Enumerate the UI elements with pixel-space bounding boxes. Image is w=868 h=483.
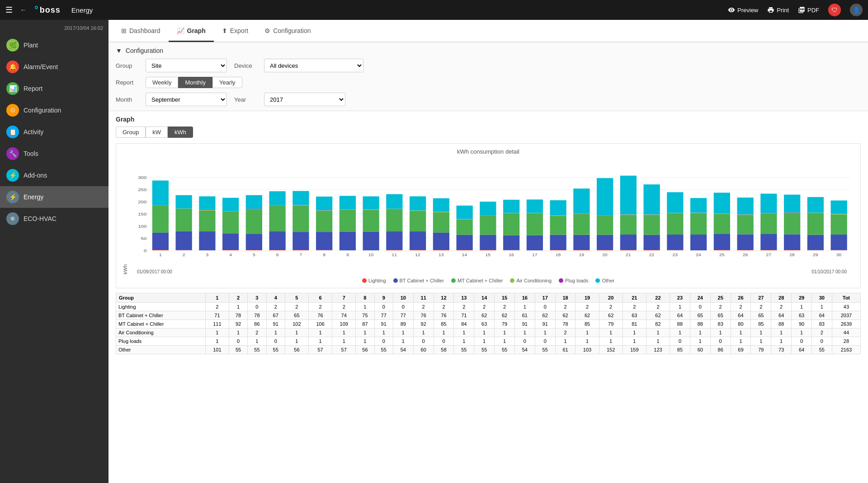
- svg-rect-154: [620, 250, 637, 250]
- cell-value: 63: [474, 320, 495, 328]
- menu-icon[interactable]: ☰: [5, 5, 13, 15]
- export-icon: ⬆: [222, 27, 227, 34]
- tab-configuration-label: Configuration: [273, 27, 311, 34]
- preview-button[interactable]: Preview: [728, 6, 758, 14]
- group-graph-button[interactable]: Group: [116, 127, 146, 138]
- svg-rect-32: [199, 210, 215, 210]
- tab-graph[interactable]: 📈 Graph: [169, 20, 214, 42]
- cell-value: 76: [434, 311, 454, 320]
- svg-text:0: 0: [144, 249, 147, 253]
- sidebar-item-report[interactable]: 📊 Report: [0, 78, 108, 99]
- chart-body: 0501001502002503001234567891011121314151…: [128, 159, 856, 274]
- cell-value: 111: [205, 320, 229, 328]
- cell-value: 0: [710, 337, 731, 346]
- svg-rect-45: [246, 209, 262, 210]
- sidebar-item-configuration[interactable]: ⚙ Configuration: [0, 99, 108, 121]
- svg-rect-140: [573, 250, 590, 250]
- config-rows: Group Site Device All devices Report Wee…: [116, 59, 861, 106]
- svg-rect-136: [550, 216, 566, 216]
- svg-rect-213: [807, 213, 824, 213]
- svg-rect-134: [550, 235, 566, 250]
- col-header: 13: [454, 293, 474, 303]
- sidebar-item-energy[interactable]: ⚡ Energy: [0, 186, 108, 208]
- chart-legend: Lighting BT Cabinet + Chiller MT Cabinet…: [121, 278, 856, 283]
- cell-value: 86: [710, 346, 731, 354]
- svg-rect-176: [690, 234, 707, 250]
- cell-total: 43: [832, 303, 860, 311]
- svg-rect-106: [457, 235, 473, 250]
- tab-dashboard[interactable]: ⊞ Dashboard: [113, 20, 169, 42]
- cell-value: 86: [248, 320, 266, 328]
- sidebar-item-alarm[interactable]: 🔔 Alarm/Event: [0, 56, 108, 78]
- legend-other: Other: [595, 278, 614, 283]
- sidebar-item-tools[interactable]: 🔧 Tools: [0, 143, 108, 164]
- svg-text:200: 200: [138, 200, 146, 204]
- sidebar-item-activity[interactable]: 📋 Activity: [0, 121, 108, 143]
- ecohvac-icon: ❄: [6, 212, 19, 225]
- weekly-button[interactable]: Weekly: [146, 77, 178, 88]
- svg-text:300: 300: [138, 175, 146, 180]
- svg-rect-206: [784, 213, 800, 213]
- legend-plug: Plug loads: [559, 278, 588, 283]
- svg-text:30: 30: [836, 253, 842, 257]
- svg-rect-53: [269, 205, 286, 206]
- report-row: Report Weekly Monthly Yearly: [116, 77, 861, 88]
- user-icon[interactable]: 👤: [850, 4, 863, 16]
- cell-value: 77: [374, 311, 393, 320]
- svg-rect-156: [620, 215, 637, 234]
- svg-rect-49: [269, 250, 286, 250]
- svg-rect-78: [363, 232, 379, 250]
- kw-graph-button[interactable]: kW: [146, 127, 168, 138]
- col-header: 30: [811, 293, 832, 303]
- sidebar-label-activity: Activity: [24, 128, 43, 136]
- sidebar-item-ecohvac[interactable]: ❄ ECO-HVAC: [0, 208, 108, 230]
- svg-rect-63: [316, 250, 332, 251]
- svg-rect-170: [667, 213, 683, 234]
- cell-value: 64: [731, 311, 751, 320]
- svg-text:19: 19: [579, 253, 585, 257]
- yearly-button[interactable]: Yearly: [212, 77, 242, 88]
- graph-section: Graph Group kW kWh kWh consumption detai…: [108, 111, 868, 483]
- col-header: 10: [393, 293, 413, 303]
- svg-text:12: 12: [415, 253, 420, 257]
- year-select[interactable]: 2017: [264, 93, 345, 106]
- config-header[interactable]: ▼ Configuration: [116, 47, 861, 54]
- cell-value: 1: [811, 303, 832, 311]
- cell-value: 1: [771, 337, 792, 346]
- back-icon[interactable]: ←: [20, 6, 27, 14]
- sidebar-item-addons[interactable]: ⚡ Add-ons: [0, 164, 108, 186]
- svg-rect-61: [292, 191, 309, 205]
- svg-rect-184: [714, 214, 730, 234]
- monthly-button[interactable]: Monthly: [178, 77, 212, 88]
- sidebar-item-plant[interactable]: 🌿 Plant: [0, 34, 108, 56]
- content-area: ⊞ Dashboard 📈 Graph ⬆ Export ⚙ Configura…: [108, 20, 868, 483]
- tab-export[interactable]: ⬆ Export: [214, 20, 256, 42]
- shield-icon[interactable]: 🛡: [828, 4, 841, 16]
- svg-rect-19: [152, 181, 169, 205]
- pdf-button[interactable]: PDF: [798, 6, 819, 14]
- svg-text:22: 22: [649, 253, 655, 257]
- cell-value: 2: [710, 303, 731, 311]
- svg-rect-124: [503, 200, 519, 213]
- tab-configuration[interactable]: ⚙ Configuration: [256, 20, 319, 42]
- svg-rect-58: [292, 205, 309, 232]
- cell-value: 2: [771, 303, 792, 311]
- col-header: 4: [266, 293, 285, 303]
- chart-title: kWh consumption detail: [121, 148, 856, 155]
- cell-value: 91: [535, 320, 555, 328]
- print-button[interactable]: Print: [767, 6, 789, 14]
- device-select[interactable]: All devices: [264, 59, 363, 72]
- kwh-graph-button[interactable]: kWh: [168, 127, 193, 138]
- cell-value: 1: [670, 328, 690, 337]
- month-select[interactable]: September: [146, 93, 227, 106]
- svg-rect-16: [152, 206, 169, 233]
- mt-dot: [451, 278, 456, 283]
- cell-value: 2: [474, 303, 495, 311]
- cell-value: 81: [623, 320, 646, 328]
- cell-value: 1: [266, 328, 285, 337]
- group-select[interactable]: Site: [146, 59, 227, 72]
- cell-value: 103: [576, 346, 599, 354]
- svg-text:17: 17: [532, 253, 538, 257]
- cell-value: 2: [309, 303, 332, 311]
- svg-rect-44: [246, 209, 262, 234]
